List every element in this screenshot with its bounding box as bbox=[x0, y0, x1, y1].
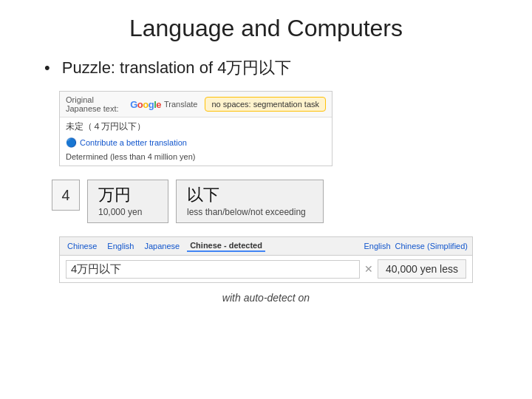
seg-reading-1: 10,000 yen bbox=[98, 206, 157, 219]
slide-container: Language and Computers Puzzle: translati… bbox=[0, 0, 532, 399]
tab-chinese-detected[interactable]: Chinese - detected bbox=[187, 240, 265, 252]
seg-number: 4 bbox=[52, 180, 80, 211]
gt-clear-button[interactable]: ✕ bbox=[364, 263, 373, 275]
tab-right-chinese-simplified[interactable]: Chinese (Simplified) bbox=[395, 242, 468, 250]
gt-input-text[interactable]: 4万円以下 bbox=[66, 260, 360, 279]
gt-output-box: 40,000 yen less bbox=[378, 259, 466, 279]
tab-japanese[interactable]: Japanese bbox=[141, 241, 183, 251]
contribute-plus-icon: 🔵 bbox=[66, 137, 77, 148]
gt-japanese-text: 未定（４万円以下） bbox=[60, 117, 332, 136]
gt-top-bar: Original Japanese text: Google Translate… bbox=[60, 92, 332, 117]
seg-box-ika: 以下 less than/below/not exceeding bbox=[176, 180, 324, 223]
segmentation-row: 4 万円 10,000 yen 以下 less than/below/not e… bbox=[52, 180, 324, 223]
bullet-item: Puzzle: translation of 4万円以下 bbox=[37, 57, 291, 79]
contribute-link[interactable]: Contribute a better translation bbox=[80, 138, 187, 147]
no-spaces-balloon: no spaces: segmentation task bbox=[205, 97, 326, 112]
gt-translate-label: Translate bbox=[164, 100, 197, 109]
gt-bottom-screenshot: Chinese English Japanese Chinese - detec… bbox=[59, 236, 473, 283]
gt-bottom-input-row: 4万円以下 ✕ 40,000 yen less bbox=[60, 256, 472, 282]
tab-english[interactable]: English bbox=[104, 241, 137, 251]
gt-screenshot: Original Japanese text: Google Translate… bbox=[59, 91, 332, 166]
google-logo: Google bbox=[130, 99, 161, 110]
tab-chinese[interactable]: Chinese bbox=[64, 241, 100, 251]
slide-title: Language and Computers bbox=[37, 15, 495, 42]
auto-detect-label: with auto-detect on bbox=[37, 292, 495, 304]
gt-contribute-row[interactable]: 🔵 Contribute a better translation bbox=[60, 136, 332, 151]
seg-kanji-1: 万円 bbox=[98, 185, 157, 206]
tab-right-english[interactable]: English bbox=[364, 242, 390, 250]
gt-determined-text: Determined (less than 4 million yen) bbox=[60, 151, 332, 166]
gt-bottom-tabs: Chinese English Japanese Chinese - detec… bbox=[60, 237, 472, 256]
seg-kanji-2: 以下 bbox=[187, 185, 313, 206]
gt-label: Original Japanese text: bbox=[66, 95, 127, 113]
seg-box-manen: 万円 10,000 yen bbox=[87, 180, 168, 223]
bullet-text: Puzzle: translation of 4万円以下 bbox=[62, 58, 292, 77]
seg-meaning-2: less than/below/not exceeding bbox=[187, 206, 313, 219]
